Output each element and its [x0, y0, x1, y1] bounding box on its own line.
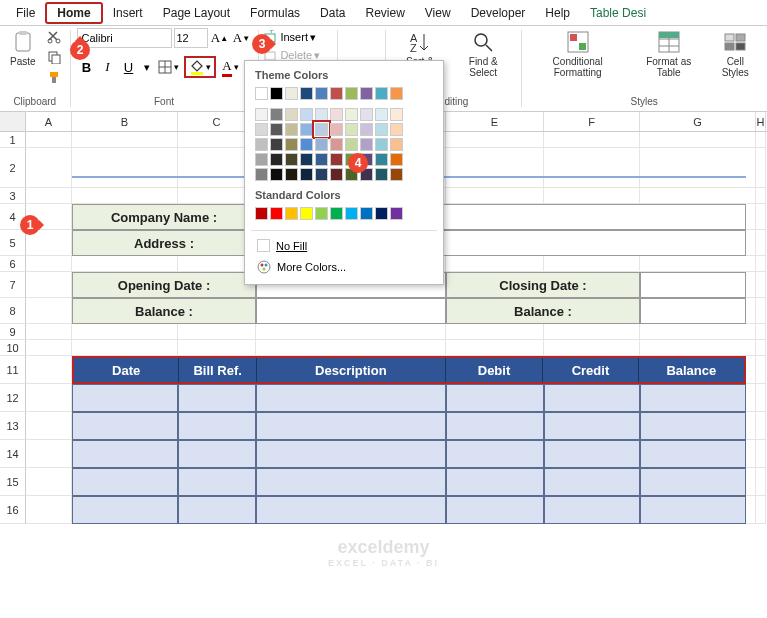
swatch[interactable] — [360, 87, 373, 100]
swatch[interactable] — [315, 108, 328, 121]
col-header-A[interactable]: A — [26, 112, 72, 131]
swatch[interactable] — [270, 168, 283, 181]
no-fill-item[interactable]: No Fill — [251, 235, 437, 256]
row-header-5[interactable]: 5 — [0, 230, 26, 256]
conditional-formatting-button[interactable]: Conditional Formatting — [527, 28, 627, 80]
table-row[interactable] — [72, 384, 746, 412]
swatch[interactable] — [345, 207, 358, 220]
tab-review[interactable]: Review — [355, 2, 414, 24]
swatch[interactable] — [270, 87, 283, 100]
swatch[interactable] — [285, 108, 298, 121]
row-header-8[interactable]: 8 — [0, 298, 26, 324]
swatch[interactable] — [255, 138, 268, 151]
swatch[interactable] — [390, 168, 403, 181]
swatch[interactable] — [345, 108, 358, 121]
cut-button[interactable] — [44, 28, 64, 46]
font-size-select[interactable] — [174, 28, 208, 48]
underline-button[interactable]: U — [119, 57, 139, 77]
row-header-11[interactable]: 11 — [0, 356, 26, 384]
format-as-table-button[interactable]: Format as Table — [632, 28, 706, 80]
swatch[interactable] — [315, 123, 328, 136]
swatch[interactable] — [345, 87, 358, 100]
swatch[interactable] — [375, 153, 388, 166]
swatch[interactable] — [330, 153, 343, 166]
swatch[interactable] — [390, 108, 403, 121]
tab-file[interactable]: File — [6, 2, 45, 24]
row-header-9[interactable]: 9 — [0, 324, 26, 340]
swatch[interactable] — [360, 207, 373, 220]
swatch[interactable] — [270, 207, 283, 220]
row-header-7[interactable]: 7 — [0, 272, 26, 298]
swatch[interactable] — [390, 153, 403, 166]
swatch[interactable] — [330, 207, 343, 220]
fill-color-button[interactable]: ▾ — [184, 56, 216, 78]
swatch[interactable] — [270, 123, 283, 136]
swatch[interactable] — [315, 138, 328, 151]
swatch[interactable] — [315, 87, 328, 100]
format-painter-button[interactable] — [44, 68, 64, 86]
swatch[interactable] — [375, 87, 388, 100]
swatch[interactable] — [285, 207, 298, 220]
table-header-row[interactable]: Date Bill Ref. Description Debit Credit … — [72, 356, 746, 384]
tab-formulas[interactable]: Formulas — [240, 2, 310, 24]
table-row[interactable] — [72, 468, 746, 496]
swatch[interactable] — [360, 123, 373, 136]
swatch[interactable] — [360, 138, 373, 151]
swatch[interactable] — [255, 207, 268, 220]
swatch[interactable] — [255, 168, 268, 181]
closing-balance-value[interactable] — [640, 298, 746, 324]
col-header-H[interactable]: H — [756, 112, 766, 131]
swatch[interactable] — [270, 153, 283, 166]
row-header-14[interactable]: 14 — [0, 440, 26, 468]
swatch[interactable] — [270, 138, 283, 151]
find-select-button[interactable]: Find & Select — [452, 28, 515, 80]
bold-button[interactable]: B — [77, 57, 97, 77]
shrink-font-button[interactable]: A▼ — [232, 28, 252, 48]
swatch[interactable] — [300, 87, 313, 100]
opening-balance-value[interactable] — [256, 298, 446, 324]
swatch[interactable] — [300, 207, 313, 220]
swatch[interactable] — [255, 123, 268, 136]
tab-data[interactable]: Data — [310, 2, 355, 24]
tab-home[interactable]: Home — [45, 2, 102, 24]
tab-page-layout[interactable]: Page Layout — [153, 2, 240, 24]
swatch[interactable] — [375, 138, 388, 151]
paste-button[interactable]: Paste — [6, 28, 40, 69]
swatch[interactable] — [330, 168, 343, 181]
swatch[interactable] — [270, 108, 283, 121]
swatch[interactable] — [330, 138, 343, 151]
col-header-E[interactable]: E — [446, 112, 544, 131]
swatch[interactable] — [315, 207, 328, 220]
cell-styles-button[interactable]: Cell Styles — [710, 28, 761, 80]
swatch[interactable] — [390, 87, 403, 100]
table-row[interactable] — [72, 440, 746, 468]
row-header-13[interactable]: 13 — [0, 412, 26, 440]
font-color-button[interactable]: A▾ — [217, 57, 245, 77]
borders-button[interactable]: ▾ — [155, 57, 183, 77]
swatch[interactable] — [360, 108, 373, 121]
table-row[interactable] — [72, 496, 746, 524]
swatch[interactable] — [390, 138, 403, 151]
table-row[interactable] — [72, 412, 746, 440]
row-header-1[interactable]: 1 — [0, 132, 26, 148]
italic-button[interactable]: I — [98, 57, 118, 77]
swatch[interactable] — [300, 108, 313, 121]
tab-help[interactable]: Help — [535, 2, 580, 24]
closing-date-value[interactable] — [640, 272, 746, 298]
swatch[interactable] — [390, 207, 403, 220]
swatch[interactable] — [285, 138, 298, 151]
swatch[interactable] — [315, 153, 328, 166]
swatch[interactable] — [300, 153, 313, 166]
swatch[interactable] — [300, 138, 313, 151]
swatch[interactable] — [330, 123, 343, 136]
swatch[interactable] — [285, 123, 298, 136]
swatch[interactable] — [345, 138, 358, 151]
row-header-2[interactable]: 2 — [0, 148, 26, 188]
select-all-corner[interactable] — [0, 112, 26, 131]
row-header-12[interactable]: 12 — [0, 384, 26, 412]
swatch[interactable] — [285, 168, 298, 181]
swatch[interactable] — [255, 87, 268, 100]
swatch[interactable] — [375, 168, 388, 181]
swatch[interactable] — [330, 87, 343, 100]
row-header-16[interactable]: 16 — [0, 496, 26, 524]
